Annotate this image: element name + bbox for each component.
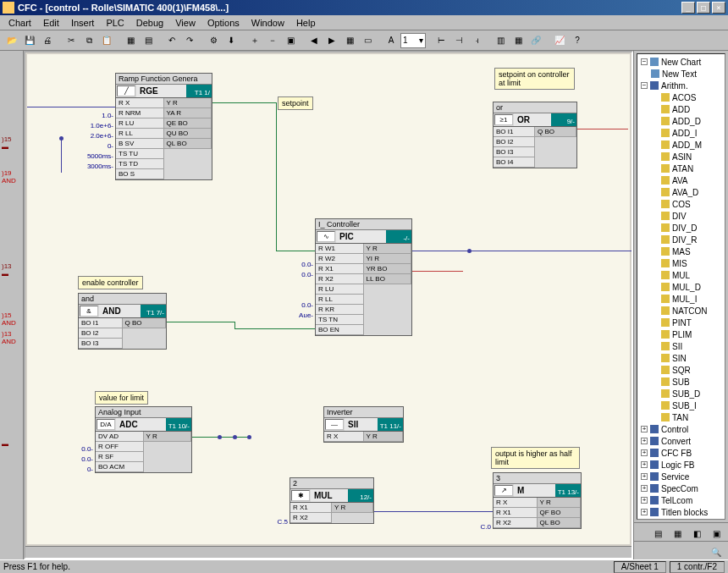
block-or[interactable]: or ≥1 OR 9/- BO I1 BO I2 BO I3 BO I4 Q B…: [493, 102, 577, 168]
tree-item-sub_i[interactable]: SUB_I: [639, 399, 723, 411]
tag-output-higher[interactable]: output is higher as half limit: [491, 447, 580, 469]
pic-in-kr[interactable]: R KR: [316, 305, 364, 315]
tree-folder-titlen-blocks[interactable]: +Titlen blocks: [639, 506, 723, 518]
tree-item-mis[interactable]: MIS: [639, 257, 723, 269]
ramp-out-qu[interactable]: QU BO: [164, 129, 212, 139]
mul-out-y[interactable]: Y R: [332, 503, 373, 513]
menu-help[interactable]: Help: [291, 17, 321, 29]
tool-grid-icon[interactable]: ▤: [140, 32, 157, 49]
tool-test-icon[interactable]: ▦: [510, 32, 527, 49]
tree-item-div_r[interactable]: DIV_R: [639, 234, 723, 245]
tool-sheet-next-icon[interactable]: ▶: [323, 32, 340, 49]
adc-in-ad[interactable]: DV AD: [96, 432, 144, 442]
tree-item-div_d[interactable]: DIV_D: [639, 222, 723, 234]
tool-catalog-icon[interactable]: ▦: [122, 32, 139, 49]
catalog-find-icon[interactable]: 🔍: [708, 543, 725, 560]
adc-in-sf[interactable]: R SF: [96, 452, 144, 462]
block-adc[interactable]: Analog Input D/A ADC T1 10/- DV AD R OFF…: [95, 406, 192, 473]
horizontal-scrollbar[interactable]: [25, 546, 631, 558]
ramp-in-s[interactable]: BO S: [116, 169, 164, 179]
tool-print-icon[interactable]: 🖨: [39, 32, 56, 49]
tree-new-chart[interactable]: −New Chart: [639, 56, 723, 68]
tree-item-add_i[interactable]: ADD_I: [639, 127, 723, 139]
tool-copy-icon[interactable]: ⧉: [80, 32, 97, 49]
ramp-out-qe[interactable]: QE BO: [164, 118, 212, 129]
menu-insert[interactable]: Insert: [66, 17, 100, 29]
ramp-in-td[interactable]: TS TD: [116, 159, 164, 169]
block-ramp[interactable]: Ramp Function Genera ╱ RGE T1 1/ R X R N…: [115, 73, 212, 180]
tool-sheet-prev-icon[interactable]: ◀: [306, 32, 323, 49]
tree-item-add[interactable]: ADD: [639, 103, 723, 115]
tree-new-text[interactable]: New Text: [639, 68, 723, 80]
m-out-ql[interactable]: QL BO: [538, 518, 582, 528]
ramp-in-lu[interactable]: R LU: [116, 118, 164, 129]
tag-value-limit[interactable]: value for limit: [95, 391, 148, 405]
menu-options[interactable]: Options: [202, 17, 245, 29]
sii-in-x[interactable]: R X: [324, 432, 364, 442]
pic-in-w2[interactable]: R W2: [316, 254, 364, 264]
tool-undo-icon[interactable]: ↶: [163, 32, 180, 49]
block-and[interactable]: and & AND T1 7/- BO I1 BO I2 BO I3 Q BO: [78, 293, 167, 350]
ramp-in-sv[interactable]: B SV: [116, 139, 164, 149]
expand-icon[interactable]: +: [641, 473, 648, 480]
expand-icon[interactable]: +: [641, 485, 648, 492]
block-mul[interactable]: 2 ✱ MUL 12/- R X1 R X2 Y R: [290, 477, 374, 524]
ramp-in-nrm[interactable]: R NRM: [116, 108, 164, 118]
or-in-3[interactable]: BO I3: [494, 147, 535, 157]
tree-item-sub_d[interactable]: SUB_D: [639, 388, 723, 399]
tree-folder-convert[interactable]: +Convert: [639, 435, 723, 447]
or-in-4[interactable]: BO I4: [494, 157, 535, 168]
catalog-tab-2-icon[interactable]: ▦: [669, 525, 686, 542]
block-sii[interactable]: Inverter — SII T1 11/- R X Y R: [323, 406, 404, 443]
and-in-3[interactable]: BO I3: [79, 339, 123, 349]
tree-folder-service[interactable]: +Service: [639, 471, 723, 482]
tree-folder-speccom[interactable]: +SpecCom: [639, 482, 723, 494]
pic-in-tn[interactable]: TS TN: [316, 315, 364, 325]
tree-item-mul[interactable]: MUL: [639, 269, 723, 281]
tool-download-icon[interactable]: ⬇: [223, 32, 240, 49]
menu-plc[interactable]: PLC: [101, 17, 129, 29]
tree-item-sii[interactable]: SII: [639, 340, 723, 352]
tree-item-cos[interactable]: COS: [639, 198, 723, 210]
tag-sp-on[interactable]: setpoint on controller at limit: [494, 68, 575, 90]
and-out-q[interactable]: Q BO: [123, 318, 167, 328]
expand-icon[interactable]: +: [641, 438, 648, 444]
m-in-x[interactable]: R X: [494, 498, 538, 508]
tool-overview-icon[interactable]: ▦: [341, 32, 358, 49]
catalog-tab-4-icon[interactable]: ▣: [708, 525, 725, 542]
tree-item-add_m[interactable]: ADD_M: [639, 139, 723, 151]
ramp-out-ql[interactable]: QL BO: [164, 139, 212, 149]
ramp-in-ll[interactable]: R LL: [116, 129, 164, 139]
tool-align-c-icon[interactable]: ⊣: [450, 32, 467, 49]
tool-redo-icon[interactable]: ↷: [181, 32, 198, 49]
tag-setpoint[interactable]: setpoint: [278, 96, 313, 110]
pic-out-ll[interactable]: LL BO: [364, 274, 412, 284]
menu-chart[interactable]: Chart: [3, 17, 36, 29]
adc-in-acm[interactable]: BO ACM: [96, 462, 144, 472]
or-in-2[interactable]: BO I2: [494, 137, 535, 147]
tree-item-mul_d[interactable]: MUL_D: [639, 281, 723, 293]
menu-view[interactable]: View: [170, 17, 201, 29]
tree-item-natcon[interactable]: NATCON: [639, 305, 723, 317]
pic-in-lu[interactable]: R LU: [316, 284, 364, 295]
minimize-button[interactable]: _: [681, 2, 695, 14]
tool-zoomin-icon[interactable]: ＋: [246, 32, 263, 49]
menu-window[interactable]: Window: [246, 17, 290, 29]
tree-item-mas[interactable]: MAS: [639, 245, 723, 257]
tree-item-sqr[interactable]: SQR: [639, 364, 723, 376]
tree-item-atan[interactable]: ATAN: [639, 163, 723, 174]
pic-in-en[interactable]: BO EN: [316, 325, 364, 335]
m-out-qf[interactable]: QF BO: [538, 508, 582, 518]
tree-item-sub[interactable]: SUB: [639, 376, 723, 388]
and-in-2[interactable]: BO I2: [79, 328, 123, 339]
tool-text-icon[interactable]: A: [383, 32, 400, 49]
adc-in-off[interactable]: R OFF: [96, 442, 144, 452]
tool-sheet-combo[interactable]: 1▾: [400, 33, 426, 48]
pic-out-y[interactable]: Y R: [364, 244, 412, 254]
tool-save-icon[interactable]: 💾: [21, 32, 38, 49]
tree-item-mul_i[interactable]: MUL_I: [639, 293, 723, 305]
tool-link-icon[interactable]: 🔗: [527, 32, 544, 49]
expand-icon[interactable]: +: [641, 426, 648, 433]
expand-icon[interactable]: +: [641, 509, 648, 515]
mul-in-x2[interactable]: R X2: [290, 513, 332, 523]
